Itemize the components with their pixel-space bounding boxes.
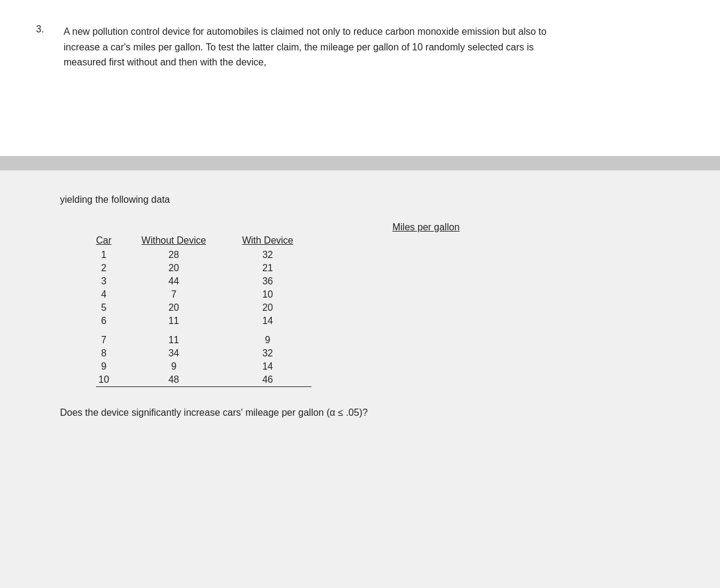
cell-car: 9 [96,360,124,373]
cell-car: 5 [96,301,124,314]
bottom-section: yielding the following data Miles per ga… [0,170,720,445]
cell-car: 8 [96,347,124,360]
question-block: 3. A new pollution control device for au… [36,24,684,70]
question-number: 3. [36,24,54,35]
cell-with: 20 [224,301,311,314]
cell-without: 7 [124,288,224,301]
table-row: 104846 [96,373,311,387]
table-row: 22021 [96,262,311,275]
cell-without: 20 [124,262,224,275]
cell-with: 32 [224,248,311,262]
table-row: 52020 [96,301,311,314]
footer-text: Does the device significantly increase c… [60,405,552,421]
table-row: 61114 [96,314,311,328]
table-row: 34436 [96,275,311,288]
cell-without: 9 [124,360,224,373]
cell-without: 34 [124,347,224,360]
col-header-with: With Device [224,234,311,248]
cell-with: 36 [224,275,311,288]
cell-with: 32 [224,347,311,360]
table-row: 4710 [96,288,311,301]
cell-with: 10 [224,288,311,301]
top-section: 3. A new pollution control device for au… [0,0,720,156]
section-divider [0,156,720,170]
cell-without: 44 [124,275,224,288]
cell-with: 21 [224,262,311,275]
cell-with: 14 [224,360,311,373]
cell-without: 28 [124,248,224,262]
table-container: Miles per gallon Car Without Device With… [96,222,684,387]
cell-with: 14 [224,314,311,328]
table-row: 12832 [96,248,311,262]
cell-without: 48 [124,373,224,387]
cell-with: 9 [224,328,311,347]
cell-with: 46 [224,373,311,387]
cell-without: 11 [124,328,224,347]
col-header-without: Without Device [124,234,224,248]
yielding-text: yielding the following data [60,194,684,205]
cell-car: 3 [96,275,124,288]
table-row: 83432 [96,347,311,360]
question-text: A new pollution control device for autom… [64,24,556,70]
table-row: 9914 [96,360,311,373]
cell-car: 2 [96,262,124,275]
cell-without: 11 [124,314,224,328]
cell-car: 4 [96,288,124,301]
cell-car: 7 [96,328,124,347]
col-header-car: Car [96,234,124,248]
miles-per-gallon-header: Miles per gallon [168,222,684,233]
cell-car: 1 [96,248,124,262]
cell-without: 20 [124,301,224,314]
table-row: 7119 [96,328,311,347]
data-table: Car Without Device With Device 128322202… [96,234,311,387]
cell-car: 10 [96,373,124,387]
cell-car: 6 [96,314,124,328]
